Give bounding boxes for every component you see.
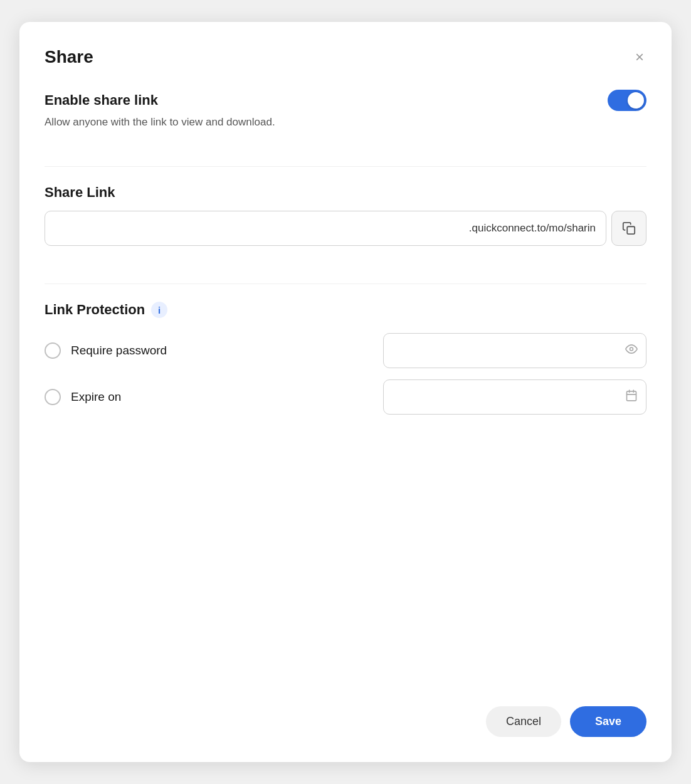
info-icon[interactable]: i xyxy=(151,302,167,318)
require-password-radio[interactable] xyxy=(45,342,61,359)
dialog-footer: Cancel Save xyxy=(45,681,646,737)
cancel-button[interactable]: Cancel xyxy=(486,706,561,737)
svg-rect-0 xyxy=(627,226,635,234)
dialog-header: Share × xyxy=(45,47,646,67)
link-protection-section: Link Protection i Require password xyxy=(45,302,646,426)
expire-on-left: Expire on xyxy=(45,389,121,405)
expire-on-row: Expire on xyxy=(45,379,646,415)
require-password-label[interactable]: Require password xyxy=(71,344,167,358)
dialog-title: Share xyxy=(45,47,93,67)
share-link-title: Share Link xyxy=(45,184,646,201)
divider-1 xyxy=(45,166,646,167)
enable-share-link-subtitle: Allow anyone with the link to view and d… xyxy=(45,116,646,129)
link-protection-title: Link Protection xyxy=(45,302,145,318)
divider-2 xyxy=(45,283,646,284)
password-input[interactable] xyxy=(383,333,646,368)
expire-on-label[interactable]: Expire on xyxy=(71,390,121,404)
enable-share-link-toggle[interactable] xyxy=(608,90,646,111)
enable-share-link-title: Enable share link xyxy=(45,92,158,109)
password-input-wrapper xyxy=(383,333,646,368)
enable-row: Enable share link xyxy=(45,90,646,111)
share-link-input[interactable] xyxy=(45,211,606,246)
expire-date-input[interactable] xyxy=(383,379,646,415)
enable-share-link-section: Enable share link Allow anyone with the … xyxy=(45,90,646,129)
require-password-left: Require password xyxy=(45,342,167,359)
require-password-row: Require password xyxy=(45,333,646,368)
close-button[interactable]: × xyxy=(633,47,646,67)
expire-date-input-wrapper xyxy=(383,379,646,415)
expire-on-radio[interactable] xyxy=(45,389,61,405)
share-link-section: Share Link xyxy=(45,184,646,246)
link-input-row xyxy=(45,211,646,246)
link-protection-header: Link Protection i xyxy=(45,302,646,318)
share-dialog: Share × Enable share link Allow anyone w… xyxy=(19,22,672,762)
copy-icon xyxy=(622,221,636,235)
copy-link-button[interactable] xyxy=(611,211,646,246)
save-button[interactable]: Save xyxy=(570,706,646,737)
toggle-label[interactable] xyxy=(608,90,646,111)
